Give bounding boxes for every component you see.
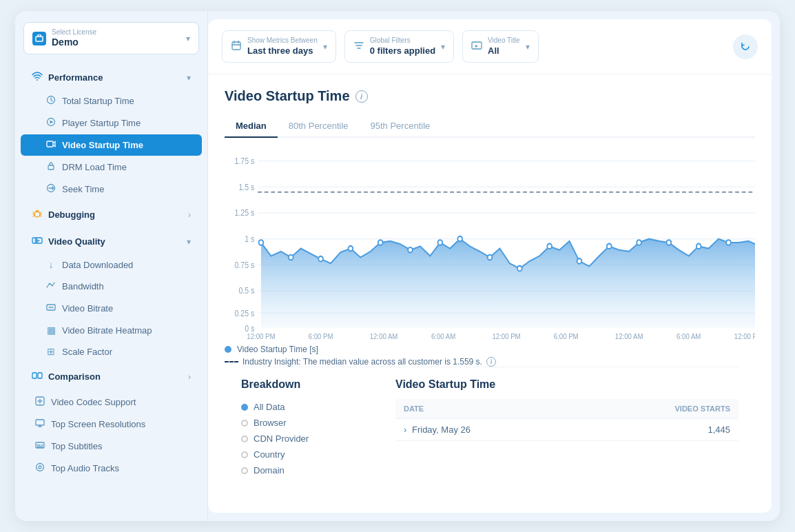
comparison-section-title: Comparison (48, 371, 101, 382)
date-filter-value: Last three days (247, 45, 313, 56)
row-date: › Friday, May 26 (395, 419, 579, 441)
breakdown-item-browser[interactable]: Browser (241, 415, 379, 431)
breakdown-dot-all-data (241, 404, 248, 411)
quality-icon (32, 235, 43, 248)
performance-section-title: Performance (48, 72, 103, 83)
bottom-section: Breakdown All Data Browser CDN Provider (241, 367, 739, 478)
sidebar-item-drm-load[interactable]: DRM Load Time (21, 156, 202, 178)
video-filter-value: All (488, 45, 499, 56)
sidebar-item-video-codec[interactable]: Video Codec Support (21, 391, 202, 413)
breakdown-item-cdn-provider[interactable]: CDN Provider (241, 431, 379, 447)
sidebar-item-seek-time[interactable]: Seek Time (21, 178, 202, 200)
sidebar-item-video-bitrate[interactable]: Video Bitrate (21, 298, 202, 319)
industry-insight-info-icon[interactable]: i (486, 357, 496, 367)
breakdown-panel: Breakdown All Data Browser CDN Provider (241, 378, 379, 478)
breakdown-item-domain[interactable]: Domain (241, 462, 379, 478)
svg-point-51 (726, 240, 731, 245)
table-row[interactable]: › Friday, May 26 1,445 (395, 419, 739, 441)
svg-text:0.75 s: 0.75 s (235, 260, 255, 269)
svg-text:1.75 s: 1.75 s (235, 156, 255, 165)
svg-point-43 (488, 255, 493, 260)
sidebar: Select License Demo ▾ (15, 11, 208, 521)
drm-icon (45, 161, 56, 173)
video-startup-icon (45, 139, 56, 151)
svg-point-35 (259, 240, 264, 245)
breakdown-item-all-data[interactable]: All Data (241, 399, 379, 415)
svg-text:1.25 s: 1.25 s (235, 209, 255, 218)
sidebar-section-video-quality: Video Quality ▾ ↓ Data Downloaded Bandwi… (15, 229, 207, 362)
refresh-button[interactable] (733, 34, 758, 59)
sidebar-item-player-startup[interactable]: Player Startup Time (21, 112, 202, 134)
sidebar-section-header-debugging[interactable]: Debugging › (21, 203, 202, 227)
svg-text:12:00 PM: 12:00 PM (734, 333, 755, 339)
chart-info-icon[interactable]: i (355, 90, 368, 103)
sidebar-item-total-startup[interactable]: Total Startup Time (21, 90, 202, 112)
date-filter-dropdown[interactable]: Show Metrics Between Last three days ▾ (222, 30, 336, 63)
performance-chevron-icon: ▾ (187, 73, 191, 83)
video-filter-label: Video Title (488, 37, 520, 44)
sidebar-section-header-comparison[interactable]: Comparison › (21, 365, 202, 389)
data-table: DATE VIDEO STARTS › Friday, May 26 1,445 (395, 399, 739, 441)
filters-bar: Show Metrics Between Last three days ▾ G… (208, 19, 772, 74)
svg-point-46 (577, 258, 582, 264)
svg-rect-4 (47, 141, 53, 147)
table-panel: Video Startup Time DATE VIDEO STARTS › (395, 378, 739, 478)
sidebar-item-top-audio-tracks[interactable]: Top Audio Tracks (21, 458, 202, 479)
bandwidth-icon (45, 280, 56, 292)
svg-point-16 (39, 466, 41, 469)
chart-area: Video Startup Time i Median 80th Percent… (208, 74, 772, 513)
chart-svg: 1.75 s 1.5 s 1.25 s 1 s 0.75 s 0.5 s 0.2… (225, 146, 755, 339)
main-content: Show Metrics Between Last three days ▾ G… (208, 19, 772, 513)
tab-median[interactable]: Median (225, 115, 278, 138)
svg-text:12:00 AM: 12:00 AM (615, 333, 643, 339)
svg-point-50 (696, 244, 701, 249)
chart-title: Video Startup Time (225, 88, 350, 104)
svg-rect-13 (36, 420, 44, 425)
svg-text:1 s: 1 s (245, 234, 254, 243)
industry-insight-text: Industry Insight: The median value acros… (242, 357, 482, 367)
chart-wrapper: 1.75 s 1.5 s 1.25 s 1 s 0.75 s 0.5 s 0.2… (225, 146, 755, 339)
sidebar-item-video-bitrate-heatmap[interactable]: ▦ Video Bitrate Heatmap (21, 320, 202, 340)
date-filter-label: Show Metrics Between (247, 37, 318, 44)
svg-rect-0 (36, 37, 43, 41)
breakdown-label-cdn: CDN Provider (254, 433, 309, 444)
global-filter-label: Global Filters (370, 37, 435, 44)
breakdown-item-country[interactable]: Country (241, 447, 379, 462)
svg-point-39 (378, 240, 383, 245)
chart-tabs: Median 80th Percentile 95th Percentile (225, 115, 755, 138)
wifi-icon (32, 71, 43, 84)
svg-point-45 (547, 244, 552, 249)
subtitles-icon (34, 440, 45, 452)
svg-text:0 s: 0 s (245, 325, 254, 334)
video-filter-dropdown[interactable]: Video Title All ▾ (462, 30, 539, 63)
svg-text:12:00 AM: 12:00 AM (370, 333, 398, 339)
sidebar-item-data-downloaded[interactable]: ↓ Data Downloaded (21, 254, 202, 275)
global-filter-value: 0 filters applied (370, 45, 435, 56)
tab-80th[interactable]: 80th Percentile (278, 115, 360, 138)
svg-rect-10 (32, 373, 37, 378)
sidebar-item-top-subtitles[interactable]: Top Subtitles (21, 436, 202, 457)
svg-rect-17 (232, 42, 240, 50)
svg-text:0.5 s: 0.5 s (238, 287, 254, 296)
sidebar-section-header-video-quality[interactable]: Video Quality ▾ (21, 229, 202, 254)
sidebar-item-bandwidth[interactable]: Bandwidth (21, 276, 202, 297)
breakdown-dot-domain (241, 467, 248, 474)
sidebar-section-header-performance[interactable]: Performance ▾ (21, 65, 202, 90)
sidebar-item-scale-factor[interactable]: ⊞ Scale Factor (21, 341, 202, 362)
svg-point-40 (408, 247, 413, 253)
svg-text:6:00 PM: 6:00 PM (309, 333, 333, 339)
svg-point-41 (437, 240, 442, 245)
sidebar-item-video-startup[interactable]: Video Startup Time (21, 134, 202, 156)
svg-text:12:00 PM: 12:00 PM (492, 333, 520, 339)
svg-text:6:00 AM: 6:00 AM (677, 333, 701, 339)
date-filter-chevron-icon: ▾ (323, 42, 327, 52)
license-selector[interactable]: Select License Demo ▾ (23, 22, 199, 54)
clock-icon (45, 95, 56, 107)
svg-point-42 (457, 236, 462, 242)
sidebar-item-top-screen-resolutions[interactable]: Top Screen Resolutions (21, 413, 202, 435)
global-filter-dropdown[interactable]: Global Filters 0 filters applied ▾ (344, 30, 454, 63)
svg-point-1 (37, 79, 38, 81)
tab-95th[interactable]: 95th Percentile (360, 115, 442, 138)
codec-icon (34, 396, 45, 408)
table-title: Video Startup Time (395, 378, 739, 391)
